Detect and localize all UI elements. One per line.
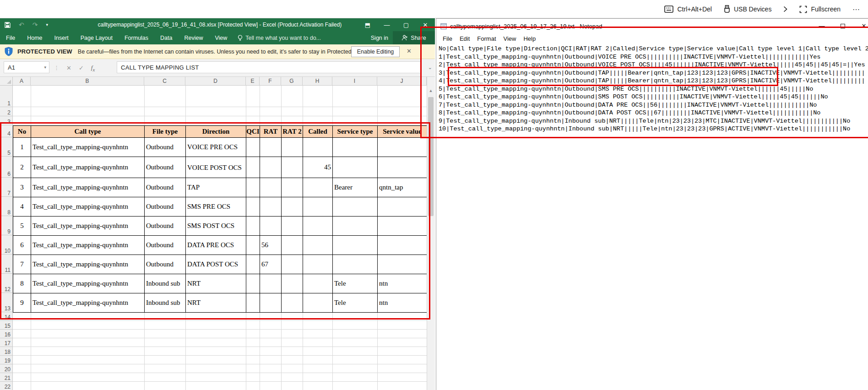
table-cell[interactable]	[281, 157, 303, 178]
notepad-close-button[interactable]: ✕	[853, 19, 868, 33]
table-cell[interactable]	[260, 293, 282, 313]
excel-cells-area[interactable]: NoCall typeFile typeDirectionQCIRATRAT 2…	[13, 86, 427, 390]
table-cell[interactable]	[303, 274, 333, 293]
table-cell[interactable]	[332, 137, 378, 157]
table-cell[interactable]: Outbound	[144, 216, 186, 236]
table-cell[interactable]: Inbound sub	[144, 293, 186, 313]
column-header-D[interactable]: D	[185, 77, 246, 86]
table-cell[interactable]: Outbound	[144, 235, 186, 255]
table-cell[interactable]: Test_call_type_mapping-quynhntn	[31, 137, 145, 157]
table-cell[interactable]	[377, 157, 427, 178]
table-cell[interactable]: SMS POST OCS	[185, 216, 246, 236]
table-cell[interactable]	[303, 178, 333, 197]
row-header-3[interactable]: 3	[0, 116, 12, 125]
table-cell[interactable]	[377, 137, 427, 157]
row-header-20[interactable]: 20	[0, 364, 12, 373]
table-cell[interactable]: 2	[13, 157, 31, 178]
table-cell[interactable]: Test_call_type_mapping-quynhntn	[31, 255, 145, 274]
table-cell[interactable]	[332, 197, 378, 217]
tab-file[interactable]: File	[0, 31, 21, 44]
row-header-16[interactable]: 16	[0, 330, 12, 338]
table-cell[interactable]: 1	[13, 137, 31, 157]
row-header-7[interactable]: 7	[0, 178, 12, 197]
table-cell[interactable]: 9	[13, 293, 31, 313]
excel-close-button[interactable]: ✕	[416, 18, 435, 31]
table-cell[interactable]: TAP	[185, 178, 246, 197]
table-cell[interactable]: 4	[13, 197, 31, 217]
table-cell[interactable]: Test_call_type_mapping-quynhntn	[31, 197, 145, 217]
table-cell[interactable]: 5	[13, 216, 31, 236]
table-cell[interactable]	[246, 293, 260, 313]
column-header-E[interactable]: E	[246, 77, 260, 86]
table-cell[interactable]: 45	[303, 157, 333, 178]
row-header-15[interactable]: 15	[0, 321, 12, 330]
table-cell[interactable]: SMS PRE OCS	[185, 197, 246, 217]
share-button[interactable]: Share	[393, 31, 435, 44]
table-cell[interactable]: Tele	[332, 293, 378, 313]
table-cell[interactable]: Inbound sub	[144, 274, 186, 293]
row-header-10[interactable]: 10	[0, 235, 12, 255]
table-cell[interactable]: Test_call_type_mapping-quynhntn	[31, 178, 145, 197]
tab-review[interactable]: Review	[178, 31, 209, 44]
column-headers[interactable]: ABCDEFGHIJ	[0, 77, 427, 86]
table-cell[interactable]	[246, 197, 260, 217]
table-cell[interactable]	[281, 197, 303, 217]
table-cell[interactable]	[303, 216, 333, 236]
table-cell[interactable]	[281, 274, 303, 293]
table-cell[interactable]: Test_call_type_mapping-quynhntn	[31, 235, 145, 255]
table-header-cell[interactable]: Called	[303, 125, 333, 138]
table-cell[interactable]: 67	[260, 255, 282, 274]
table-cell[interactable]: Outbound	[144, 197, 186, 217]
tab-home[interactable]: Home	[21, 31, 48, 44]
table-cell[interactable]	[281, 137, 303, 157]
qat-customize-icon[interactable]: ▾	[46, 22, 48, 27]
table-cell[interactable]: VOICE PRE OCS	[185, 137, 246, 157]
row-header-8[interactable]: 8	[0, 197, 12, 216]
row-header-2[interactable]: 2	[0, 107, 12, 116]
enable-editing-button[interactable]: Enable Editing	[351, 46, 400, 57]
excel-sheet-grid[interactable]: NoCall typeFile typeDirectionQCIRATRAT 2…	[0, 77, 435, 390]
undo-icon[interactable]: ↶	[19, 21, 24, 28]
table-header-cell[interactable]: File type	[144, 125, 186, 138]
row-header-6[interactable]: 6	[0, 157, 12, 178]
table-cell[interactable]	[260, 178, 282, 197]
notepad-text-area[interactable]: No|Call type|File type|Direction|QCI|RAT…	[439, 45, 868, 133]
table-cell[interactable]	[281, 293, 303, 313]
table-cell[interactable]: Tele	[332, 274, 378, 293]
table-header-cell[interactable]: Service value	[377, 125, 427, 138]
table-cell[interactable]	[260, 137, 282, 157]
table-cell[interactable]: 56	[260, 235, 282, 255]
tell-me-box[interactable]: Tell me what you want to do...	[233, 35, 321, 41]
table-cell[interactable]: NRT	[185, 274, 246, 293]
table-cell[interactable]: 7	[13, 255, 31, 274]
table-cell[interactable]	[303, 197, 333, 217]
sign-in-button[interactable]: Sign in	[371, 31, 388, 44]
fullscreen-button[interactable]: Fullscreen	[799, 5, 841, 13]
table-cell[interactable]	[281, 235, 303, 255]
name-box[interactable]: A1 ▾	[4, 61, 49, 73]
table-cell[interactable]	[260, 157, 282, 178]
table-cell[interactable]	[246, 274, 260, 293]
table-cell[interactable]: Test_call_type_mapping-quynhntn	[31, 293, 145, 313]
table-cell[interactable]: Test_call_type_mapping-quynhntn	[31, 216, 145, 236]
ribbon-display-options-icon[interactable]: ⬒	[358, 18, 377, 31]
formula-enter-icon[interactable]: ✓	[79, 65, 84, 71]
table-cell[interactable]: VOICE POST OCS	[185, 157, 246, 178]
protected-bar-close-icon[interactable]: ✕	[407, 48, 412, 54]
column-header-G[interactable]: G	[281, 77, 303, 86]
formula-bar-value[interactable]: CALL TYPE MAPPING LIST	[117, 61, 421, 73]
column-header-J[interactable]: J	[377, 77, 427, 86]
column-header-F[interactable]: F	[260, 77, 281, 86]
table-header-cell[interactable]: RAT 2	[281, 125, 303, 138]
row-header-18[interactable]: 18	[0, 347, 12, 356]
table-cell[interactable]	[332, 235, 378, 255]
row-header-11[interactable]: 11	[0, 255, 12, 274]
row-header-21[interactable]: 21	[0, 373, 12, 382]
expand-toolbar-button[interactable]	[783, 6, 787, 12]
select-all-corner[interactable]	[0, 77, 13, 86]
table-cell[interactable]: 6	[13, 235, 31, 255]
table-cell[interactable]	[281, 216, 303, 236]
column-header-I[interactable]: I	[332, 77, 377, 86]
table-cell[interactable]	[246, 235, 260, 255]
row-header-9[interactable]: 9	[0, 216, 12, 235]
